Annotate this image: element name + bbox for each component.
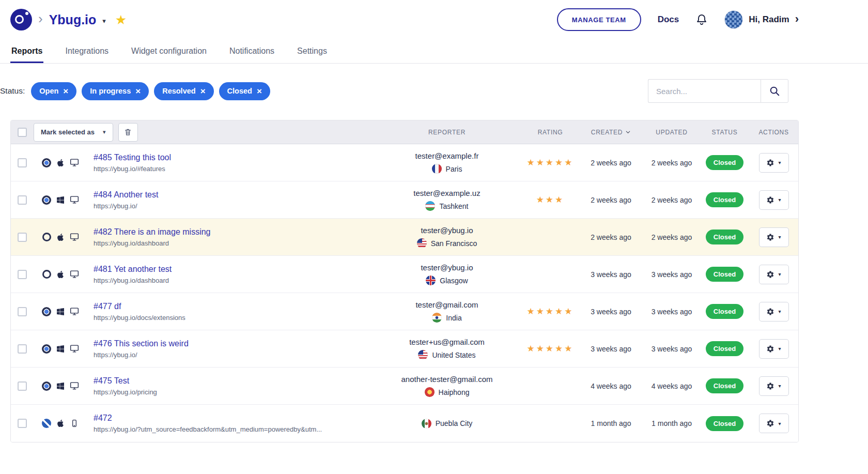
row-checkbox[interactable] — [18, 419, 27, 428]
chrome-icon — [42, 344, 51, 354]
row-actions-button[interactable]: ▾ — [759, 302, 789, 322]
reporter-email: tester@gmail.com — [372, 300, 522, 309]
reporter-location: Haiphong — [439, 388, 470, 396]
rating-stars: ★★★★★ — [526, 158, 574, 167]
created-time: 4 weeks ago — [579, 382, 643, 390]
dropdown-caret-icon: ▾ — [778, 421, 781, 426]
column-header-reporter: REPORTER — [372, 129, 522, 136]
created-time: 2 weeks ago — [579, 159, 643, 167]
user-greeting[interactable]: Hi, Radim — [749, 14, 789, 25]
windows-icon — [56, 344, 65, 354]
flag-france-icon — [432, 164, 442, 174]
column-header-created[interactable]: CREATED — [591, 129, 631, 136]
row-actions-button[interactable]: ▾ — [759, 339, 789, 359]
row-checkbox[interactable] — [18, 270, 27, 279]
search-input[interactable] — [648, 79, 761, 103]
desktop-icon — [70, 195, 79, 205]
report-title-link[interactable]: #484 Another test — [94, 190, 366, 200]
report-title-link[interactable]: #476 This section is weird — [94, 339, 366, 348]
row-checkbox[interactable] — [18, 381, 27, 391]
tab-widget-configuration[interactable]: Widget configuration — [130, 39, 208, 63]
gear-icon — [766, 345, 774, 353]
row-checkbox[interactable] — [18, 158, 27, 167]
mark-selected-dropdown[interactable]: Mark selected as ▾ — [34, 123, 113, 142]
remove-filter-icon[interactable]: × — [200, 87, 206, 96]
filter-pill-resolved[interactable]: Resolved × — [154, 82, 213, 100]
tab-reports[interactable]: Reports — [10, 39, 43, 63]
updated-time: 2 weeks ago — [643, 196, 700, 204]
reporter-email: tester+us@gmail.com — [372, 338, 522, 346]
search-box — [648, 79, 788, 103]
rating-stars: ★★★★★ — [526, 307, 574, 316]
report-title-link[interactable]: #485 Testing this tool — [94, 153, 366, 162]
report-title-link[interactable]: #481 Yet another test — [94, 265, 366, 274]
docs-link[interactable]: Docs — [658, 14, 679, 25]
desktop-icon — [70, 233, 79, 242]
table-header-row: Mark selected as ▾ REPORTER RATING CREAT… — [11, 120, 798, 144]
report-title-link[interactable]: #475 Test — [94, 376, 366, 386]
created-time: 2 weeks ago — [579, 196, 643, 204]
report-title-link[interactable]: #472 — [94, 414, 366, 423]
delete-selected-button[interactable] — [118, 123, 138, 142]
notifications-bell-icon[interactable] — [695, 13, 708, 26]
favorite-star-icon[interactable]: ★ — [115, 13, 127, 26]
sort-chevron-down-icon — [625, 129, 631, 135]
remove-filter-icon[interactable]: × — [63, 87, 68, 96]
filter-pill-open[interactable]: Open × — [31, 82, 76, 100]
gear-icon — [766, 270, 774, 279]
row-actions-button[interactable]: ▾ — [759, 414, 789, 433]
row-actions-button[interactable]: ▾ — [759, 376, 789, 396]
dropdown-caret-icon: ▾ — [778, 271, 781, 277]
user-menu[interactable]: Hi, Radim › — [724, 10, 799, 29]
row-actions-button[interactable]: ▾ — [759, 227, 789, 247]
project-title[interactable]: Ybug.io — [49, 12, 97, 27]
column-header-updated: UPDATED — [643, 129, 700, 136]
gear-icon — [766, 159, 774, 167]
reporter-location: Paris — [446, 165, 462, 173]
row-checkbox[interactable] — [18, 195, 27, 205]
filter-pill-closed[interactable]: Closed × — [219, 82, 270, 100]
filter-pill-in-progress[interactable]: In progress × — [82, 82, 149, 100]
row-checkbox[interactable] — [18, 307, 27, 316]
reporter-email: tester@ybug.io — [372, 263, 522, 272]
updated-time: 2 weeks ago — [643, 233, 700, 241]
windows-icon — [56, 381, 65, 391]
report-url: https://ybug.io/#features — [94, 165, 366, 173]
row-actions-button[interactable]: ▾ — [759, 190, 789, 210]
reporter-email: tester@example.uz — [372, 189, 522, 197]
row-checkbox[interactable] — [18, 233, 27, 242]
report-title-link[interactable]: #482 There is an image missing — [94, 227, 366, 237]
manage-team-button[interactable]: MANAGE TEAM — [557, 8, 641, 31]
dropdown-caret-icon: ▾ — [778, 234, 781, 240]
dropdown-caret-icon: ▾ — [103, 129, 106, 135]
reporter-location: United States — [432, 351, 475, 359]
tab-integrations[interactable]: Integrations — [64, 39, 110, 63]
created-time: 3 weeks ago — [579, 308, 643, 316]
dropdown-caret-icon: ▾ — [778, 197, 781, 203]
remove-filter-icon[interactable]: × — [257, 87, 262, 96]
search-button[interactable] — [761, 79, 788, 103]
desktop-icon — [70, 381, 79, 391]
safari-icon — [42, 419, 51, 428]
row-actions-button[interactable]: ▾ — [759, 265, 789, 284]
updated-time: 4 weeks ago — [643, 382, 700, 390]
reporter-email: tester@example.fr — [372, 151, 522, 160]
reporter-location: India — [446, 314, 461, 322]
gear-icon — [766, 196, 774, 204]
report-title-link[interactable]: #477 df — [94, 302, 366, 311]
user-menu-chevron-icon[interactable]: › — [795, 13, 799, 25]
apple-icon — [56, 233, 65, 242]
select-all-checkbox[interactable] — [18, 128, 27, 137]
remove-filter-icon[interactable]: × — [135, 87, 141, 96]
gear-icon — [766, 419, 774, 427]
user-avatar[interactable] — [724, 10, 743, 29]
apple-icon — [56, 158, 65, 167]
ybug-logo-icon[interactable] — [10, 9, 32, 30]
row-checkbox[interactable] — [18, 344, 27, 354]
updated-time: 3 weeks ago — [643, 270, 700, 279]
rating-stars: ★★★★★ — [526, 344, 574, 354]
row-actions-button[interactable]: ▾ — [759, 153, 789, 173]
project-dropdown-caret-icon[interactable]: ▾ — [102, 17, 106, 25]
tab-settings[interactable]: Settings — [296, 39, 328, 63]
tab-notifications[interactable]: Notifications — [228, 39, 275, 63]
